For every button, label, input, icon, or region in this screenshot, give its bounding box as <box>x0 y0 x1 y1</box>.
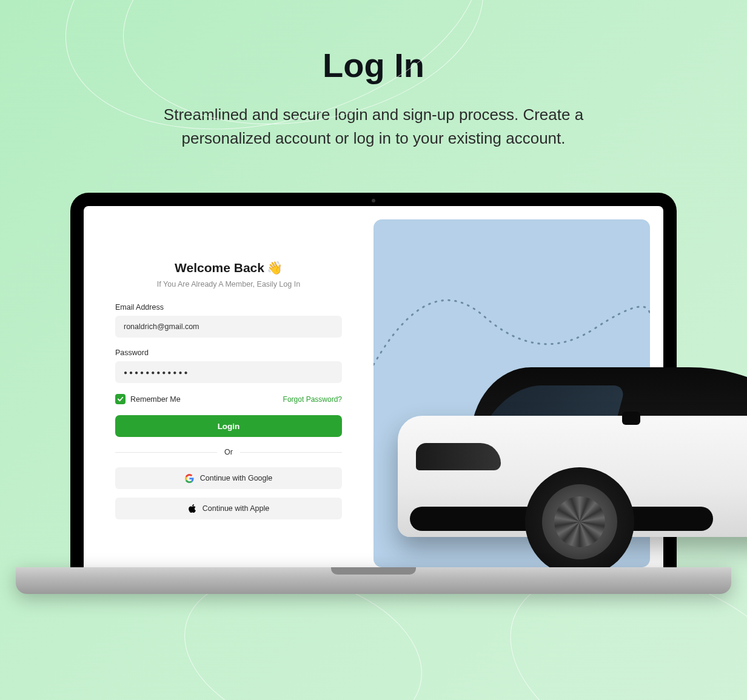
divider: Or <box>115 448 342 456</box>
remember-me-label: Remember Me <box>130 395 181 404</box>
car-illustration <box>398 337 747 567</box>
remember-me-checkbox[interactable] <box>115 394 126 404</box>
laptop-notch <box>331 567 416 575</box>
divider-line <box>240 452 342 453</box>
login-form-panel: Welcome Back 👋 If You Are Already A Memb… <box>84 206 373 567</box>
laptop-camera <box>372 199 375 202</box>
laptop-mockup: Welcome Back 👋 If You Are Already A Memb… <box>70 193 677 594</box>
check-icon <box>117 396 124 402</box>
login-form: Email Address Password Remember Me F <box>115 303 342 528</box>
divider-text: Or <box>224 448 233 456</box>
forgot-password-link[interactable]: Forgot Password? <box>283 395 342 404</box>
wave-emoji-icon: 👋 <box>267 261 283 275</box>
login-button[interactable]: Login <box>115 415 342 437</box>
hero-section: Log In Streamlined and secure login and … <box>0 0 747 175</box>
password-label: Password <box>115 348 342 357</box>
continue-with-apple-button[interactable]: Continue with Apple <box>115 498 342 519</box>
email-input[interactable] <box>115 316 342 338</box>
page-title: Log In <box>0 45 747 85</box>
google-icon <box>185 474 194 483</box>
hero-image-bg <box>373 219 650 567</box>
welcome-text: Welcome Back <box>175 261 264 275</box>
google-button-label: Continue with Google <box>200 474 273 482</box>
divider-line <box>115 452 217 453</box>
email-label: Email Address <box>115 303 342 312</box>
laptop-base <box>16 567 731 594</box>
welcome-subtitle: If You Are Already A Member, Easily Log … <box>157 280 300 288</box>
remember-me-group: Remember Me <box>115 394 181 404</box>
continue-with-google-button[interactable]: Continue with Google <box>115 467 342 489</box>
hero-image-panel <box>373 206 663 567</box>
laptop-screen: Welcome Back 👋 If You Are Already A Memb… <box>84 206 663 567</box>
password-input[interactable] <box>115 361 342 383</box>
apple-button-label: Continue with Apple <box>203 504 270 513</box>
page-subtitle: Streamlined and secure login and sign-up… <box>128 103 619 150</box>
apple-icon <box>188 504 196 513</box>
welcome-title: Welcome Back 👋 <box>175 261 283 275</box>
